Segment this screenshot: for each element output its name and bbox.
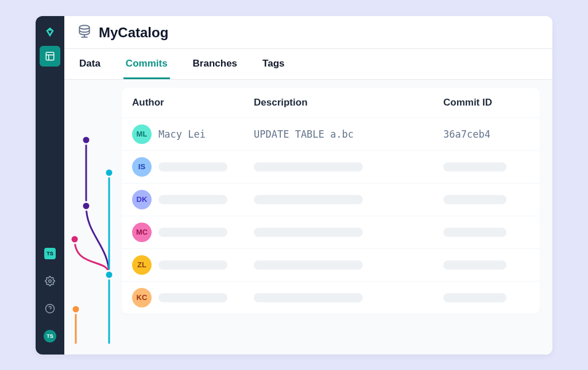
table-row[interactable]: IS	[122, 150, 540, 183]
skeleton-author	[158, 162, 227, 172]
catalog-icon[interactable]	[40, 46, 60, 67]
svg-point-12	[71, 235, 79, 243]
skeleton-id	[443, 293, 506, 302]
gear-icon[interactable]	[40, 271, 60, 291]
skeleton-id	[443, 228, 506, 237]
col-commit-id: Commit ID	[443, 97, 529, 108]
svg-point-10	[105, 169, 113, 177]
app-window: TS TS MyCatalog	[36, 16, 552, 355]
tab-commits[interactable]: Commits	[123, 49, 170, 79]
avatar: KC	[132, 288, 152, 307]
col-description: Description	[254, 97, 436, 108]
table-row[interactable]: MC	[122, 216, 540, 248]
table-row[interactable]: ZL	[122, 248, 540, 281]
avatar: DK	[132, 190, 152, 209]
skeleton-description	[254, 293, 363, 302]
skeleton-description	[254, 195, 363, 204]
svg-point-13	[105, 271, 113, 279]
skeleton-id	[443, 162, 506, 172]
content-area: Author Description Commit ID MLMacy LeiU…	[64, 80, 552, 355]
skeleton-description	[254, 228, 363, 237]
commit-description: UPDATE TABLE a.bc	[254, 128, 436, 140]
tabs: DataCommitsBranchesTags	[64, 49, 552, 80]
database-icon	[77, 24, 92, 41]
header: MyCatalog	[64, 16, 552, 49]
commit-graph	[64, 80, 122, 355]
diamond-logo-icon[interactable]	[40, 22, 60, 42]
tab-data[interactable]: Data	[77, 49, 103, 79]
skeleton-author	[158, 260, 227, 270]
sidebar: TS TS	[36, 16, 64, 355]
commits-table: Author Description Commit ID MLMacy LeiU…	[122, 88, 540, 314]
skeleton-id	[443, 195, 506, 204]
svg-rect-0	[46, 52, 54, 60]
svg-point-6	[79, 25, 89, 29]
page-title: MyCatalog	[99, 25, 168, 41]
table-row[interactable]: DK	[122, 183, 540, 216]
skeleton-description	[254, 260, 363, 270]
help-icon[interactable]	[40, 298, 60, 319]
avatar: MC	[132, 223, 152, 242]
table-row[interactable]: KC	[122, 281, 540, 314]
main-panel: MyCatalog DataCommitsBranchesTags Author…	[64, 16, 552, 355]
skeleton-description	[254, 162, 363, 172]
svg-point-3	[49, 279, 52, 282]
ts-badge-icon[interactable]: TS	[40, 243, 60, 264]
skeleton-author	[158, 293, 227, 302]
commit-id: 36a7ceb4	[443, 128, 529, 140]
avatar: ZL	[132, 255, 152, 275]
tab-branches[interactable]: Branches	[191, 49, 239, 79]
skeleton-id	[443, 260, 506, 270]
table-header: Author Description Commit ID	[122, 88, 540, 118]
avatar: IS	[132, 157, 152, 177]
col-author: Author	[132, 97, 247, 108]
ts-avatar-icon[interactable]: TS	[40, 326, 60, 346]
skeleton-author	[158, 195, 227, 204]
avatar: ML	[132, 124, 152, 144]
skeleton-author	[158, 228, 227, 237]
tab-tags[interactable]: Tags	[260, 49, 287, 79]
table-row[interactable]: MLMacy LeiUPDATE TABLE a.bc36a7ceb4	[122, 118, 540, 150]
svg-point-9	[82, 136, 90, 144]
svg-point-11	[82, 202, 90, 210]
author-name: Macy Lei	[158, 128, 206, 140]
svg-point-14	[72, 305, 80, 313]
